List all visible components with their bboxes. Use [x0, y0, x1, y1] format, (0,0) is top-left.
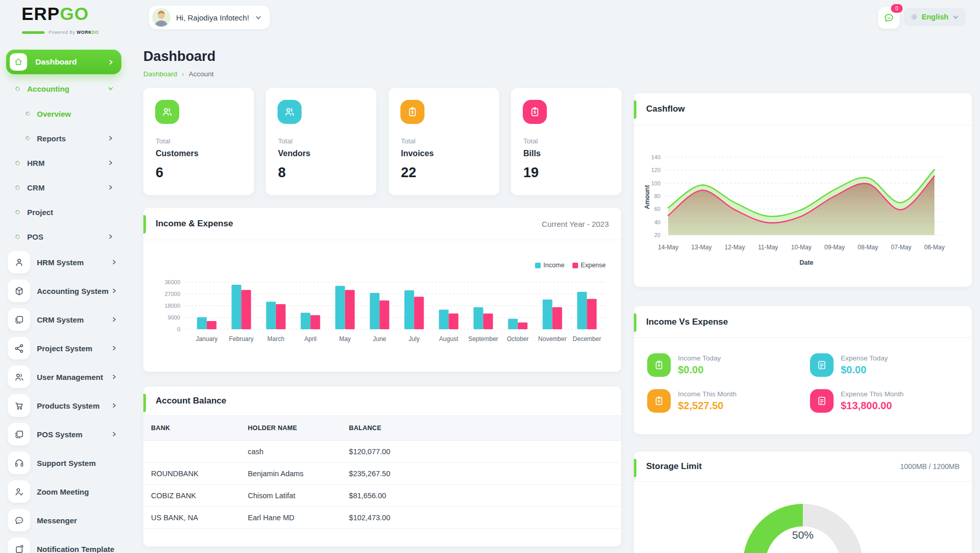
svg-text:18000: 18000	[164, 303, 180, 309]
bullet-ring-icon	[14, 160, 21, 166]
svg-text:Amount: Amount	[644, 185, 651, 209]
language-selector[interactable]: English	[904, 8, 966, 26]
legend-swatch	[535, 263, 541, 268]
sidebar-item-support-system[interactable]: Support System	[8, 452, 119, 474]
svg-text:$: $	[658, 363, 661, 368]
breadcrumb-dashboard-link[interactable]: Dashboard	[143, 70, 177, 78]
sidebar-item-products-system[interactable]: Products System	[8, 394, 119, 417]
column-header-holder: HOLDER NAME	[240, 416, 342, 441]
panel-accent-bar	[143, 215, 146, 233]
stat-value: 22	[401, 165, 416, 181]
clipboard-dollar-icon: $	[647, 389, 671, 413]
svg-text:10-May: 10-May	[791, 244, 812, 251]
svg-text:December: December	[573, 335, 601, 343]
legend-item-expense[interactable]: Expense	[572, 262, 606, 269]
users-icon	[8, 366, 30, 388]
users-icon	[278, 100, 302, 124]
chat-smile-icon	[883, 12, 894, 24]
sidebar-item-zoom-meeting[interactable]: Zoom Meeting	[8, 480, 119, 503]
panel-accent-bar	[634, 100, 636, 119]
legend-item-income[interactable]: Income	[535, 262, 564, 269]
bullet-ring-icon	[14, 184, 21, 191]
expense-today-value: $0.00	[841, 364, 888, 376]
svg-text:09-May: 09-May	[824, 244, 845, 251]
income-today-value: $0.00	[678, 364, 721, 376]
sidebar-item-project-system[interactable]: Project System	[8, 337, 119, 359]
sidebar-item-pos[interactable]: POS	[15, 229, 114, 244]
notification-count-badge: 0	[891, 4, 903, 13]
notifications-button[interactable]: 0	[878, 7, 900, 29]
storage-percent-label: 50%	[634, 529, 972, 541]
sidebar-item-crm[interactable]: CRM	[15, 180, 114, 195]
sidebar-item-reports[interactable]: Reports	[26, 131, 114, 145]
breadcrumb: Dashboard › Account	[143, 70, 214, 78]
chevron-right-icon	[111, 288, 117, 294]
document-icon	[810, 353, 834, 377]
user-icon	[8, 251, 30, 273]
svg-text:60: 60	[654, 206, 661, 212]
svg-text:12-May: 12-May	[725, 244, 745, 251]
table-row: cash $120,077.00	[143, 441, 621, 463]
svg-text:36000: 36000	[164, 279, 180, 285]
breadcrumb-separator: ›	[182, 70, 184, 78]
user-avatar	[152, 8, 171, 27]
cashflow-panel: Cashflow 2040608010012014014-May13-May12…	[634, 93, 972, 287]
svg-text:October: October	[507, 335, 529, 343]
svg-text:20: 20	[654, 232, 661, 238]
sidebar-item-pos-system[interactable]: POS System	[8, 423, 119, 445]
sidebar-item-label: Dashboard	[35, 57, 99, 67]
panel-accent-bar	[143, 394, 146, 412]
stat-card-customers: Total Customers 6	[143, 88, 254, 195]
income-this-month-value: $2,527.50	[678, 400, 737, 412]
svg-text:June: June	[373, 335, 386, 343]
sidebar-item-project[interactable]: Project	[15, 205, 114, 219]
sidebar-item-hrm[interactable]: HRM	[15, 156, 114, 170]
svg-text:September: September	[468, 335, 498, 343]
svg-text:February: February	[229, 335, 253, 343]
svg-text:0: 0	[177, 326, 180, 332]
sidebar-item-accounting[interactable]: Accounting	[15, 81, 114, 96]
sidebar-item-user-management[interactable]: User Management	[8, 366, 119, 388]
clipboard-dollar-icon: $	[647, 353, 671, 377]
panel-accent-bar	[634, 313, 636, 332]
bullet-ring-icon	[14, 86, 21, 92]
user-menu-button[interactable]: Hi, Rajodiya Infotech!	[149, 6, 270, 29]
storage-usage-text: 1000MB / 1200MB	[900, 462, 960, 471]
sidebar-item-accounting-system[interactable]: Accounting System	[8, 280, 119, 302]
sidebar-item-crm-system[interactable]: CRM System	[8, 308, 119, 331]
account-balance-table: BANK HOLDER NAME BALANCE cash $120,077.0…	[143, 416, 621, 529]
stat-card-bills: $ Total Bills 19	[511, 88, 622, 195]
svg-text:April: April	[304, 335, 316, 343]
app-window-icon	[8, 423, 30, 445]
svg-text:11-May: 11-May	[758, 244, 778, 251]
chevron-down-icon	[952, 14, 959, 20]
sidebar-item-dashboard[interactable]: Dashboard	[6, 50, 121, 74]
chevron-right-icon	[111, 259, 117, 265]
sidebar-item-overview[interactable]: Overview	[26, 107, 114, 121]
svg-text:$: $	[658, 399, 661, 403]
clipboard-dollar-icon: $	[400, 100, 424, 124]
svg-text:$: $	[534, 110, 536, 115]
sidebar-item-messenger[interactable]: Messenger	[8, 509, 119, 531]
bullet-ring-icon	[14, 209, 21, 216]
users-icon	[155, 100, 179, 124]
svg-text:100: 100	[651, 180, 661, 186]
stat-value: 6	[156, 165, 163, 181]
sidebar: Dashboard Accounting Overview Reports HR…	[0, 0, 128, 553]
expense-today-item: Expense Today $0.00	[810, 353, 888, 377]
chevron-right-icon	[108, 184, 114, 190]
chevron-right-icon	[111, 402, 117, 409]
sidebar-item-hrm-system[interactable]: HRM System	[8, 251, 119, 273]
table-row: US BANK, NA Earl Hane MD $102,473.00	[143, 507, 621, 529]
svg-text:Date: Date	[799, 259, 813, 266]
chat-bubble-icon	[8, 509, 30, 531]
panel-period: Current Year - 2023	[542, 220, 609, 228]
sidebar-item-notification-template[interactable]: Notification Template	[8, 538, 119, 553]
svg-text:40: 40	[654, 219, 661, 225]
income-expense-bar-chart: 09000180002700036000JanuaryFebruaryMarch…	[143, 274, 621, 369]
chevron-right-icon	[108, 59, 114, 66]
svg-text:80: 80	[654, 193, 661, 199]
panel-title: Income & Expense	[156, 219, 542, 229]
chevron-down-icon	[108, 86, 114, 92]
document-icon	[810, 389, 834, 413]
